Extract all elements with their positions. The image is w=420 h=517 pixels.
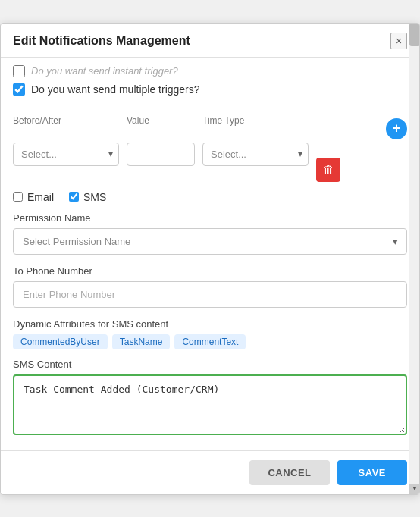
email-label: Email: [27, 191, 54, 203]
time-type-select[interactable]: Select...: [202, 143, 309, 166]
phone-number-input[interactable]: [13, 281, 407, 308]
plus-icon: +: [393, 121, 401, 136]
permission-name-select[interactable]: Select Permission Name: [13, 228, 407, 255]
trigger-fields-header: Before/After Value Time Type +: [13, 102, 407, 139]
time-type-select-wrapper: Select... ▾: [202, 143, 309, 166]
multiple-triggers-checkbox[interactable]: [13, 83, 25, 96]
phone-number-label: To Phone Number: [13, 265, 407, 277]
attr-tag-comment-text[interactable]: CommentText: [174, 334, 246, 349]
modal-title: Edit Notifications Management: [13, 34, 190, 48]
modal-header: Edit Notifications Management ×: [1, 24, 419, 58]
instant-trigger-checkbox[interactable]: [13, 65, 25, 77]
before-after-select-wrapper: Select... ▾: [13, 143, 119, 166]
edit-notifications-modal: Edit Notifications Management × ▲ ▼ Do y…: [0, 23, 420, 495]
sms-content-label: SMS Content: [13, 359, 407, 370]
dynamic-attrs-label: Dynamic Attributes for SMS content: [13, 318, 407, 330]
instant-trigger-row: Do you want send instant trigger?: [13, 65, 407, 77]
permission-select-wrapper: Select Permission Name ▾: [13, 228, 407, 255]
close-button[interactable]: ×: [390, 33, 407, 49]
multiple-triggers-row: Do you want send multiple triggers?: [13, 83, 407, 96]
sms-checkbox[interactable]: [69, 192, 79, 202]
dynamic-attrs-row: CommentedByUser TaskName CommentText: [13, 334, 407, 349]
save-button[interactable]: SAVE: [337, 460, 407, 485]
delete-trigger-button[interactable]: 🗑: [316, 158, 340, 182]
trash-icon: 🗑: [323, 163, 334, 176]
multiple-triggers-label: Do you want send multiple triggers?: [31, 83, 200, 96]
before-after-select[interactable]: Select...: [13, 143, 119, 166]
time-type-header-label: Time Type: [202, 115, 309, 126]
value-header-label: Value: [127, 115, 195, 126]
channel-selection-row: Email SMS: [13, 191, 407, 203]
modal-footer: CANCEL SAVE: [1, 450, 419, 494]
instant-trigger-label: Do you want send instant trigger?: [31, 65, 178, 77]
scrollbar-thumb[interactable]: [409, 24, 420, 46]
attr-tag-task-name[interactable]: TaskName: [112, 334, 171, 349]
permission-name-label: Permission Name: [13, 212, 407, 224]
trigger-fields-row: Select... ▾ Select... ▾ 🗑: [13, 143, 407, 182]
scrollbar-down-arrow[interactable]: ▼: [409, 484, 420, 494]
modal-body: Do you want send instant trigger? Do you…: [1, 58, 419, 450]
email-check-item: Email: [13, 191, 54, 203]
sms-content-textarea[interactable]: Task Comment Added (Customer/CRM): [13, 374, 407, 435]
sms-label: SMS: [83, 191, 106, 203]
email-checkbox[interactable]: [13, 192, 23, 202]
sms-check-item: SMS: [69, 191, 106, 203]
cancel-button[interactable]: CANCEL: [249, 460, 329, 485]
attr-tag-commented-by-user[interactable]: CommentedByUser: [13, 334, 108, 349]
before-after-header-label: Before/After: [13, 115, 119, 126]
value-input[interactable]: [127, 143, 195, 166]
add-trigger-button[interactable]: +: [386, 118, 407, 139]
scrollbar-track[interactable]: ▲ ▼: [409, 24, 419, 494]
